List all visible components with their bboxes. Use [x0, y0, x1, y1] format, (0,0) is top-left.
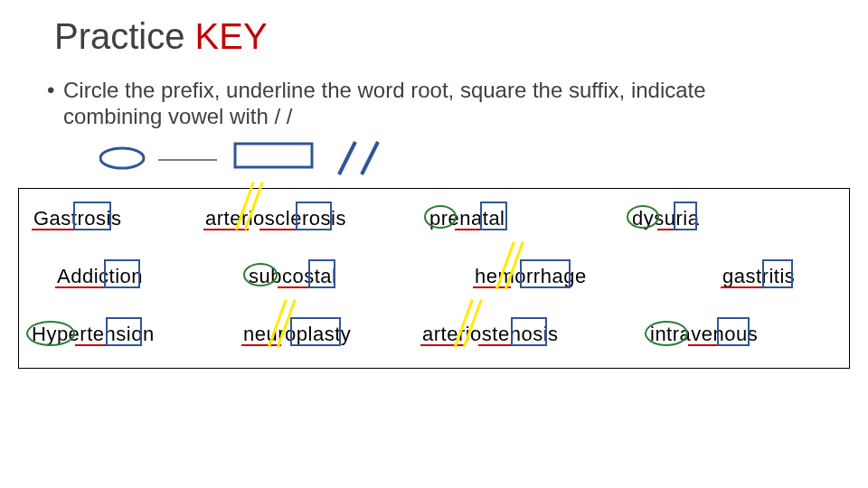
prefix-circle-icon: [424, 205, 457, 229]
prefix-circle-icon: [243, 263, 278, 286]
suffix-box: [762, 259, 793, 288]
suffix-box: [106, 317, 142, 346]
root-underline: [478, 344, 513, 346]
root-underline: [721, 286, 764, 288]
instruction-text: Circle the prefix, underline the word ro…: [63, 78, 706, 128]
legend-svg: [99, 140, 425, 185]
answer-grid: Gastrosis arteriosclerosis prenatal dysu…: [18, 188, 850, 369]
suffix-box: [480, 202, 507, 230]
slide-title: Practice KEY: [54, 16, 268, 57]
root-underline: [32, 229, 75, 230]
legend-slash-icon: [339, 142, 355, 174]
prefix-circle-icon: [26, 321, 75, 346]
instruction-bullet: •Circle the prefix, underline the word r…: [63, 78, 805, 130]
suffix-box: [308, 259, 335, 288]
root-underline: [688, 344, 719, 346]
suffix-box: [290, 317, 341, 346]
title-key: KEY: [195, 16, 268, 56]
suffix-box: [674, 202, 697, 230]
root-underline: [241, 344, 281, 346]
suffix-box: [520, 259, 571, 288]
suffix-box: [511, 317, 547, 346]
root-underline: [203, 229, 249, 230]
legend-shapes: [99, 140, 425, 185]
legend-square-icon: [235, 144, 312, 167]
root-underline: [278, 286, 310, 288]
suffix-box: [104, 259, 140, 288]
prefix-circle-icon: [645, 321, 688, 346]
root-underline: [259, 229, 297, 230]
legend-slash2-icon: [362, 142, 378, 174]
root-underline: [420, 344, 466, 346]
suffix-box: [717, 317, 750, 346]
root-underline: [657, 229, 675, 230]
title-practice: Practice: [54, 16, 195, 56]
suffix-box: [296, 202, 332, 230]
legend-circle-icon: [100, 148, 144, 168]
root-underline: [75, 344, 108, 346]
suffix-box: [73, 202, 111, 230]
prefix-circle-icon: [627, 205, 659, 229]
bullet-dot-icon: •: [47, 78, 63, 104]
root-underline: [55, 286, 106, 288]
root-underline: [455, 229, 482, 230]
